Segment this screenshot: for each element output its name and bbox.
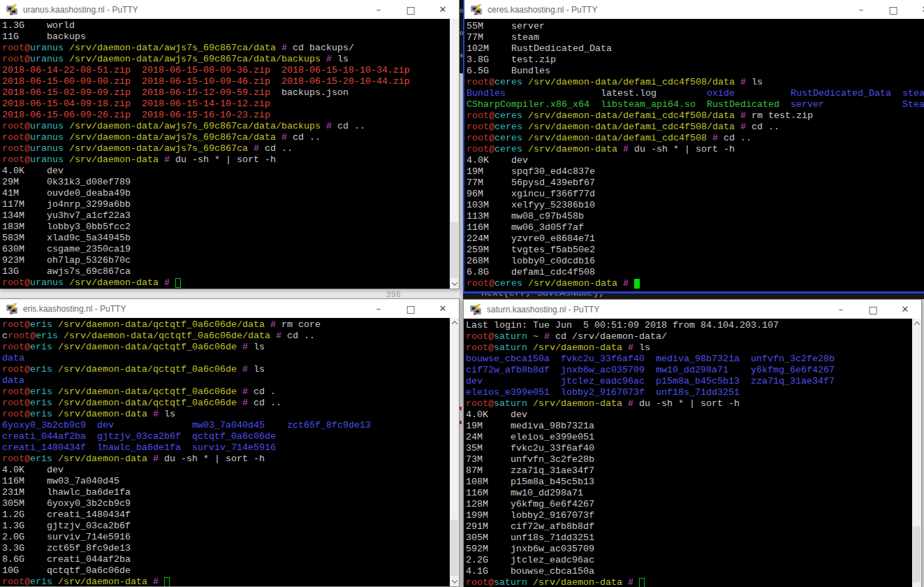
terminal-line: root@ceres /srv/daemon-data/defami_cdc4f… <box>467 110 924 122</box>
terminal-line: 2018-06-15-00-09-00.zip 2018-06-15-10-09… <box>2 76 450 87</box>
terminal-line: Bundles latest.log oxide RustDedicated_D… <box>467 88 924 99</box>
window-title: eris.kaashosting.nl - PuTTY <box>23 304 362 314</box>
close-button[interactable]: ✕ <box>427 299 459 318</box>
titlebar-saturn[interactable]: saturn.kaashosting.nl - PuTTY – □ ✕ <box>464 300 921 319</box>
scroll-up-arrow-icon[interactable] <box>450 318 459 328</box>
terminal-line: root@eris /srv/daemon-data # <box>2 577 450 586</box>
background-code-text: next(err, SaveAsName); <box>463 294 924 299</box>
maximize-button[interactable]: □ <box>877 0 909 19</box>
terminal-line: 8.6G creati_044af2ba <box>2 554 450 565</box>
terminal-line: 4.0K dev <box>2 465 450 476</box>
terminal-cursor <box>639 578 645 587</box>
terminal-line: root@saturn /srv/daemon-data # ls <box>466 342 912 354</box>
terminal-line: 116M mw03_7a040d45 <box>2 476 450 487</box>
terminal-line: 6.8G defami_cdc4f508 <box>467 267 924 278</box>
terminal-line: root@ceres /srv/daemon-data/defami_cdc4f… <box>467 122 924 133</box>
terminal-line: 1.3G gjtzjv_03ca2b6f <box>2 521 450 532</box>
terminal-line: 4.0K dev <box>466 410 912 421</box>
terminal-output-ceres[interactable]: 55M server77M steam102M RustDedicated_Da… <box>464 20 924 291</box>
terminal-line: 1.2G creati_1480434f <box>2 509 450 521</box>
window-title: uranus.kaashosting.nl - PuTTY <box>23 5 362 15</box>
titlebar-eris[interactable]: eris.kaashosting.nl - PuTTY – □ ✕ <box>0 299 459 318</box>
terminal-line: root@ceres /srv/daemon-data/defami_cdc4f… <box>467 133 924 144</box>
terminal-line: root@saturn /srv/daemon-data # du -sh * … <box>466 398 912 410</box>
terminal-line: 2.2G jtclez_eadc96ac <box>466 555 912 566</box>
minimize-button[interactable]: – <box>845 0 877 19</box>
close-button[interactable]: ✕ <box>427 0 459 19</box>
terminal-line: root@saturn /srv/daemon-data # <box>466 577 912 587</box>
maximize-button[interactable]: □ <box>395 299 427 318</box>
close-button[interactable]: ✕ <box>889 300 921 319</box>
window-controls: – □ ✕ <box>362 299 459 318</box>
terminal-line: 3.3G zct65f_8fc9de13 <box>2 543 450 554</box>
terminal-line: dev jtclez_eadc96ac p15m8a_b45c5b13 zza7… <box>466 376 912 387</box>
terminal-line: 41M ouvde0_deaba49b <box>2 188 450 199</box>
terminal-line: 77M 56pysd_439ebf67 <box>467 177 924 189</box>
terminal-line: 113M mw08_c97b458b <box>467 211 924 222</box>
terminal-line: eleios_e399e051 lobby2_9167073f unf18s_7… <box>466 387 912 398</box>
terminal-line: root@uranus /srv/daemon-data/awjs7s_69c8… <box>2 143 450 154</box>
terminal-line: Last login: Tue Jun 5 00:51:09 2018 from… <box>466 320 912 331</box>
minimize-button[interactable]: – <box>825 300 857 319</box>
scroll-up-arrow-icon[interactable] <box>912 319 921 328</box>
scrollbar-uranus[interactable] <box>450 19 459 289</box>
maximize-button[interactable]: □ <box>395 0 427 19</box>
terminal-line: 6.5G Bundles <box>467 66 924 77</box>
terminal-line: 35M fvkc2u_33f6af40 <box>466 443 912 454</box>
terminal-line: 24M eleios_e399e051 <box>466 432 912 443</box>
terminal-line: 4.0K dev <box>2 166 450 177</box>
terminal-line: 2018-06-15-04-09-18.zip 2018-06-15-14-10… <box>2 99 450 110</box>
desktop: { "palette": { "prompt_red": "#c23b2b", … <box>0 0 924 587</box>
terminal-line: root@uranus /srv/daemon-data/awjs7s_69c8… <box>2 121 450 132</box>
terminal-line: cif72w_afb8b8df jnxb6w_ac035709 mw10_dd2… <box>466 365 912 376</box>
terminal-line: 291M cif72w_afb8b8df <box>466 521 912 532</box>
scrollbar-saturn[interactable] <box>912 319 921 587</box>
close-button[interactable]: ✕ <box>909 0 924 19</box>
scroll-down-arrow-icon[interactable] <box>450 279 459 289</box>
terminal-line: 4.1G bouwse_cbca150a <box>466 566 912 577</box>
background-line-number: 396 <box>386 290 401 298</box>
terminal-line: creati_1480434f lhawlc_ba6de1fa surviv_7… <box>2 442 450 454</box>
terminal-line: root@eris /srv/daemon-data/qctqtf_0a6c06… <box>2 398 450 409</box>
terminal-line: 583M xlad9c_5a34945b <box>2 233 450 244</box>
terminal-line: root@eris /srv/daemon-data/qctqtf_0a6c06… <box>2 319 450 331</box>
putty-icon <box>6 303 17 314</box>
scrollbar-thumb[interactable] <box>450 520 458 576</box>
titlebar-uranus[interactable]: uranus.kaashosting.nl - PuTTY – □ ✕ <box>0 0 459 19</box>
terminal-line: 224M yzvre0_e8684e71 <box>467 233 924 245</box>
minimize-button[interactable]: – <box>362 0 395 19</box>
scrollbar-thumb[interactable] <box>913 526 921 582</box>
terminal-line: 3.8G test.zip <box>467 55 924 66</box>
terminal-output-uranus[interactable]: 1.3G world11G backupsroot@uranus /srv/da… <box>0 19 450 289</box>
minimize-button[interactable]: – <box>362 299 395 318</box>
scroll-down-arrow-icon[interactable] <box>450 577 459 586</box>
terminal-line: root@uranus /srv/daemon-data/awjs7s_69c8… <box>2 54 450 65</box>
putty-icon <box>6 4 17 15</box>
terminal-line: 55M server <box>467 21 924 32</box>
terminal-line: 2018-06-14-22-08-51.zip 2018-06-15-08-09… <box>2 65 450 76</box>
background-code-strip: next(err, SaveAsName); <box>463 294 924 299</box>
terminal-line: 13G awjs7s_69c867ca <box>2 266 450 277</box>
terminal-output-eris[interactable]: root@eris /srv/daemon-data/qctqtf_0a6c06… <box>0 318 450 586</box>
scrollbar-thumb[interactable] <box>450 222 458 278</box>
terminal-line: 305M 6yoxy0_3b2cb9c9 <box>2 498 450 509</box>
titlebar-ceres[interactable]: ceres.kaashosting.nl - PuTTY – □ ✕ <box>464 0 924 19</box>
terminal-line: 77M steam <box>467 32 924 43</box>
terminal-line: CSharpCompiler.x86_x64 libsteam_api64.so… <box>467 99 924 110</box>
terminal-line: 592M jnxb6w_ac035709 <box>466 544 912 555</box>
terminal-line: 102M RustDedicated_Data <box>467 43 924 55</box>
terminal-line: 128M y6kfmg_6e6f4267 <box>466 499 912 510</box>
terminal-line: 2018-06-15-02-09-09.zip 2018-06-15-12-09… <box>2 87 450 99</box>
scrollbar-eris[interactable] <box>450 318 459 586</box>
terminal-line: root@ceres /srv/daemon-data/defami_cdc4f… <box>467 77 924 88</box>
terminal-line: 268M lobby0_c0dcdb16 <box>467 256 924 267</box>
terminal-cursor <box>175 278 181 288</box>
terminal-line: data <box>2 353 450 364</box>
terminal-line: root@eris /srv/daemon-data/qctqtf_0a6c06… <box>2 342 450 353</box>
maximize-button[interactable]: □ <box>857 300 889 319</box>
terminal-line: 183M lobby3_0bb5fcc2 <box>2 222 450 233</box>
terminal-line: 134M yu3hv7_a1cf22a3 <box>2 210 450 222</box>
terminal-line: root@eris /srv/daemon-data # ls <box>2 409 450 420</box>
terminal-output-saturn[interactable]: Last login: Tue Jun 5 00:51:09 2018 from… <box>464 319 912 587</box>
terminal-line: 1.3G world <box>2 20 450 31</box>
